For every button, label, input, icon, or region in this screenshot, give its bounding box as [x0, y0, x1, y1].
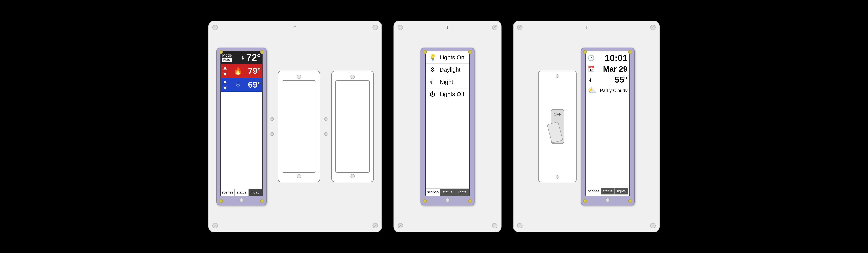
snowflake-icon: ❄ — [235, 81, 241, 88]
weather-icon: ⛅ — [588, 86, 596, 95]
clock-device: 🕐 10:01 📅 Mar 29 🌡 55° ⛅ Partly Cloudy — [581, 47, 634, 206]
lights-menu-item-1[interactable]: ⚙ Daylight — [426, 64, 469, 76]
clock-date-value: Mar 29 — [595, 65, 627, 73]
clock-device-screw-bl — [583, 199, 587, 203]
rocker-paddle-2[interactable] — [335, 80, 370, 173]
gang-dividers-2 — [324, 117, 328, 136]
lights-device-screw-tr — [468, 50, 472, 54]
p2-plate-arrow: ↑ — [446, 24, 449, 30]
flame-icon: 🔥 — [234, 67, 243, 75]
toggle-switch[interactable]: OFF — [551, 109, 564, 144]
divider-screw-top — [271, 117, 274, 121]
device-screw-bl — [219, 199, 223, 203]
toggle-off-label: OFF — [554, 112, 561, 116]
lights-menu-item-2[interactable]: ☾ Night — [426, 76, 469, 88]
rocker-screw-bottom-2 — [350, 174, 355, 178]
hvac-device: Mode Auto 🌡 72° ▲ ▼ — [216, 47, 267, 206]
rocker-screw-bottom-1 — [297, 174, 301, 178]
lights-tab-scenes[interactable]: scenes — [426, 189, 440, 195]
panel-2-wallplate: ↑ 💡 Lights On ⚙ Daylight ☾ Night — [394, 21, 501, 232]
clock-device-screw-tl — [583, 50, 587, 54]
divider-screw-top-2 — [324, 117, 328, 121]
tab-hvac[interactable]: hvac — [249, 189, 262, 195]
clock-time-value: 10:01 — [595, 53, 627, 63]
p3-plate-arrow: ↑ — [585, 24, 588, 30]
clock-tab-status[interactable]: status — [601, 188, 615, 194]
clock-weather-row: ⛅ Partly Cloudy — [587, 86, 628, 95]
p2-screw-bl — [398, 223, 403, 228]
clock-date-row: 📅 Mar 29 — [587, 64, 628, 74]
hvac-cool-temp: 69° — [248, 80, 261, 89]
lights-off-icon: ⏻ — [429, 91, 436, 98]
clock-temp-row: 🌡 55° — [587, 74, 628, 85]
lights-on-icon: 💡 — [429, 54, 436, 61]
clock-weather-text: Partly Cloudy — [600, 88, 627, 93]
p2-screw-br — [492, 223, 497, 228]
rocker-paddle-1[interactable] — [282, 80, 316, 173]
toggle-screw-top — [556, 74, 559, 78]
toggle-lever — [547, 122, 563, 143]
gang-dividers-1 — [271, 117, 274, 136]
plate-arrow: ↑ — [294, 24, 297, 30]
hvac-cool-row: ▲ ▼ ❄ 69° — [221, 78, 262, 92]
lights-off-label: Lights Off — [440, 91, 464, 98]
hvac-heat-row: ▲ ▼ 🔥 79° — [221, 64, 262, 78]
hvac-header: Mode Auto 🌡 72° — [221, 51, 262, 64]
p3-screw-bl — [517, 223, 523, 228]
cool-up-button[interactable]: ▲ — [222, 78, 228, 85]
lights-menu-item-3[interactable]: ⏻ Lights Off — [426, 88, 469, 100]
rocker-screw-top-2 — [350, 75, 355, 79]
daylight-icon: ⚙ — [429, 66, 436, 73]
p3-screw-tl — [517, 25, 523, 30]
clock-device-bottom-screw — [606, 198, 610, 202]
tab-scenes[interactable]: scenes — [221, 189, 235, 195]
gang-slots: Mode Auto 🌡 72° ▲ ▼ — [216, 47, 374, 206]
toggle-screw-bottom — [556, 175, 559, 179]
clock-icon: 🕐 — [588, 55, 595, 61]
clock-tab-lights[interactable]: lights — [615, 188, 628, 194]
p3-screw-br — [650, 223, 656, 228]
cool-down-button[interactable]: ▼ — [222, 85, 228, 91]
hvac-tabs: scenes status hvac — [221, 189, 262, 195]
p3-screw-tr — [650, 25, 656, 30]
clock-screen: 🕐 10:01 📅 Mar 29 🌡 55° ⛅ Partly Cloudy — [585, 51, 630, 196]
lights-tab-lights[interactable]: lights — [455, 189, 469, 195]
lights-tab-status[interactable]: status — [440, 189, 455, 195]
daylight-label: Daylight — [440, 66, 460, 73]
screw-tl — [212, 25, 218, 30]
p2-screw-tr — [492, 25, 497, 30]
device-screw-br — [260, 199, 264, 203]
heat-down-button[interactable]: ▼ — [222, 71, 228, 77]
hvac-heat-temp: 79° — [248, 66, 261, 76]
lights-device-screw-bl — [423, 199, 427, 203]
clock-thermometer-icon: 🌡 — [588, 77, 595, 83]
lights-device-bottom-screw — [445, 198, 450, 202]
device-screw-tr — [260, 50, 264, 54]
heat-up-button[interactable]: ▲ — [222, 64, 228, 71]
toggle-slot[interactable]: OFF — [538, 71, 577, 182]
divider-screw-bottom-2 — [324, 132, 328, 136]
clock-time-row: 🕐 10:01 — [587, 52, 628, 64]
divider-screw-bottom — [271, 132, 274, 136]
hvac-current-temp: 72° — [246, 52, 261, 63]
hvac-mode-value[interactable]: Auto — [222, 58, 232, 62]
panels-container: ↑ Mode Auto 🌡 7 — [0, 0, 868, 253]
clock-temp-value: 55° — [595, 75, 627, 84]
panel-3-wallplate: ↑ OFF 🕐 10:01 📅 — [513, 21, 660, 232]
rocker-slot-2[interactable] — [331, 71, 374, 182]
night-label: Night — [440, 79, 453, 85]
lights-device-screw-br — [468, 199, 472, 203]
panel-1-wallplate: ↑ Mode Auto 🌡 7 — [208, 21, 382, 232]
screw-br — [372, 223, 378, 228]
calendar-icon: 📅 — [588, 66, 595, 72]
clock-tab-scenes[interactable]: scenes — [587, 188, 601, 194]
lights-menu-item-0[interactable]: 💡 Lights On — [426, 51, 469, 64]
device-screw-tl — [219, 50, 223, 54]
lights-on-label: Lights On — [440, 54, 464, 61]
lights-tabs: scenes status lights — [426, 188, 469, 195]
rocker-slot-1[interactable] — [278, 71, 320, 182]
lights-device: 💡 Lights On ⚙ Daylight ☾ Night ⏻ Lights … — [421, 47, 474, 206]
clock-tabs: scenes status lights — [587, 188, 628, 194]
lights-device-screw-tl — [423, 50, 427, 54]
tab-status[interactable]: status — [235, 189, 248, 195]
